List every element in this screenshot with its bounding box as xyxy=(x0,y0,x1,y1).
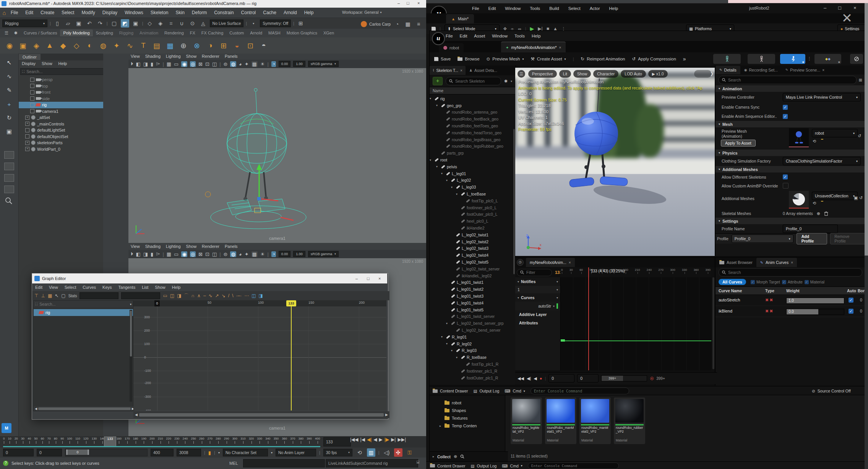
close-icon[interactable]: ✕ xyxy=(839,11,855,26)
outliner-item[interactable]: camera1 xyxy=(19,108,104,115)
center-view-icon[interactable]: ◨ xyxy=(177,293,181,298)
browse-button[interactable]: Browse xyxy=(458,57,479,61)
filter-dropdown-icon[interactable]: ▾ xyxy=(130,303,131,306)
textured-icon[interactable]: ◕ xyxy=(239,61,242,67)
frame-playback-icon[interactable]: ◫ xyxy=(170,293,174,298)
shelf-tool-icon[interactable]: ◑ xyxy=(204,40,216,51)
shelf-tab[interactable]: Arnold xyxy=(247,29,265,36)
toolbox-tool-icon[interactable]: ↻ xyxy=(4,112,15,123)
graph-menu-item[interactable]: Edit xyxy=(35,285,42,290)
shelf-tool-icon[interactable]: ◈ xyxy=(31,40,42,51)
mel-command-input[interactable] xyxy=(243,459,325,467)
maya-home-icon[interactable]: ⌂ xyxy=(0,8,8,17)
close-tab-icon[interactable]: × xyxy=(460,68,462,73)
skeleton-tree-item[interactable]: ▾ rig xyxy=(430,95,515,102)
layout-split-button[interactable] xyxy=(4,174,14,182)
skeleton-tree-item[interactable]: ▾ root xyxy=(430,156,515,163)
maya-menu-item[interactable]: Constrain xyxy=(214,10,234,15)
region-icon[interactable]: ▢ xyxy=(61,293,65,298)
safe-title-icon[interactable]: ◫ xyxy=(212,61,217,67)
skeleton-tree-item[interactable]: roundRobo_feetToes_geo xyxy=(430,122,515,129)
auto-checkbox[interactable]: ✓ xyxy=(849,309,853,314)
unreal-menu-item[interactable]: File xyxy=(472,6,479,11)
auto-checkbox[interactable]: ✓ xyxy=(849,298,853,303)
source-control-button[interactable]: ⊘Source Control Off xyxy=(812,389,851,393)
column-header[interactable]: Weight xyxy=(786,287,800,295)
skeleton-tree-item[interactable]: L_leg02_bend_server xyxy=(430,327,515,334)
skeleton-search-input[interactable]: Search Skeleton xyxy=(446,77,501,85)
maya-menu-item[interactable]: Edit xyxy=(25,10,33,15)
layout-four-pane-button[interactable] xyxy=(4,186,14,193)
shelf-tab[interactable]: XGen xyxy=(320,29,337,36)
skeleton-tree-item[interactable]: L_leg02_twist4 xyxy=(430,252,515,259)
shelf-tool-icon[interactable]: T xyxy=(138,40,149,51)
viewport-menu-item[interactable]: Renderer xyxy=(202,244,219,249)
unreal-menu-item[interactable]: Help xyxy=(609,6,618,11)
skeleton-tree-item[interactable]: heel_plc0_L xyxy=(430,218,515,225)
skeleton-tree-item[interactable]: roundRobo_legsBrass_geo xyxy=(430,136,515,143)
playback-button[interactable]: |◀ xyxy=(360,437,365,442)
construction-history-icon[interactable]: ⊞ xyxy=(297,19,305,28)
column-header[interactable]: Type xyxy=(765,287,774,295)
shelf-tool-icon[interactable]: ⊡ xyxy=(245,40,256,51)
unreal-menu-item[interactable]: Edit xyxy=(488,6,496,11)
zoom-slider-thumb[interactable]: 399+ xyxy=(602,376,623,381)
transport-button[interactable]: ◀| xyxy=(527,376,531,381)
range-slider[interactable]: 0 xyxy=(65,449,148,456)
maya-menu-item[interactable]: Create xyxy=(41,10,54,15)
outliner-item[interactable]: defaultObjectSet xyxy=(19,134,104,140)
skeleton-tree-item[interactable]: roundRobo_headTorso_geo xyxy=(430,129,515,136)
tree-scrollbar[interactable] xyxy=(513,129,515,274)
toolbox-tool-icon[interactable]: ✎ xyxy=(4,85,15,96)
unreal-menu-item[interactable]: Edit xyxy=(460,34,467,38)
shelf-tool-icon[interactable]: ◓ xyxy=(258,40,269,51)
snap-grid-icon[interactable]: ◇ xyxy=(146,19,154,28)
flat-tangent-icon[interactable]: – xyxy=(203,293,206,298)
maya-menu-item[interactable]: Cache xyxy=(263,10,276,15)
gamma-field[interactable]: 1.00 xyxy=(293,61,305,67)
transport-button[interactable]: ◀ xyxy=(534,376,537,381)
maya-menu-item[interactable]: File xyxy=(11,10,18,15)
skeleton-tree-item[interactable]: L_leg01_twist3 xyxy=(430,293,515,300)
timeline-ruler[interactable]: 0306090120150180210240270300330360390 xyxy=(560,267,711,278)
film-gate-icon[interactable]: ▭ xyxy=(174,61,178,67)
curve-filter-checkbox[interactable]: ✓Attribute xyxy=(782,280,803,284)
unreal-menu-item[interactable]: Tools xyxy=(514,34,525,38)
anim-end-field[interactable]: 3008 xyxy=(177,449,201,456)
script-editor-icon[interactable]: ⌸ xyxy=(417,460,419,465)
allow-skeletons-checkbox[interactable]: ✓ xyxy=(783,174,788,179)
apply-compression-button[interactable]: ↺Apply Compression xyxy=(632,56,676,62)
skeleton-tree-item[interactable]: L_leg02_twist5 xyxy=(430,259,515,265)
add-collection-icon[interactable]: ⊕ xyxy=(454,454,457,459)
column-header[interactable]: Auto xyxy=(847,287,856,295)
mel-label[interactable]: MEL xyxy=(229,461,238,466)
skeleton-tree-item[interactable]: ▾ R_leg03 xyxy=(430,347,515,354)
camera-icon[interactable]: ⏵ xyxy=(131,61,133,67)
tree-column-header[interactable]: Name xyxy=(430,87,515,94)
character-set-selector[interactable]: No Character Set xyxy=(223,449,268,456)
linear-tangent-icon[interactable]: ∧ xyxy=(197,293,201,298)
reset-property-icon[interactable]: ↺ xyxy=(859,195,863,200)
skeleton-tree-item[interactable]: roundRobo_antenna_geo xyxy=(430,109,515,116)
viewport-pill[interactable]: Character xyxy=(593,70,618,78)
playback-button[interactable]: ▶▶| xyxy=(397,437,406,442)
graph-menu-item[interactable]: Curves xyxy=(83,285,96,290)
tab-anim-curves[interactable]: ✎ Anim Curves × xyxy=(756,258,797,267)
timeline-playhead[interactable] xyxy=(588,267,589,370)
fps-selector[interactable]: 30 fps▾ xyxy=(323,449,352,456)
asset-tile[interactable]: roundRobo_manMetal2_VP2 Material xyxy=(579,397,611,444)
unreal-menu-item[interactable]: File xyxy=(446,34,453,38)
clip-editor-icon[interactable]: ▥ xyxy=(367,448,375,457)
tab-timeline[interactable]: myNewRobotAnim... × xyxy=(526,258,575,267)
shelf-tab[interactable]: FX xyxy=(187,29,198,36)
tab-preview-scene[interactable]: ✎ Preview Scene... × xyxy=(782,66,828,74)
mode-options-icon[interactable]: ⋮ xyxy=(807,56,811,61)
minimize-button[interactable]: – xyxy=(824,5,826,11)
playback-start-field[interactable]: 0 xyxy=(37,449,62,456)
gear-icon[interactable]: ✱ xyxy=(504,79,508,84)
viewport-menu-item[interactable]: Show xyxy=(186,244,197,249)
xray-icon[interactable]: ◔ xyxy=(271,61,276,67)
break-tangent-icon[interactable]: / xyxy=(228,293,229,298)
curve-filter-checkbox[interactable]: ✓Morph Target xyxy=(751,280,780,284)
toolbox-tool-icon[interactable]: ▣ xyxy=(4,126,15,137)
